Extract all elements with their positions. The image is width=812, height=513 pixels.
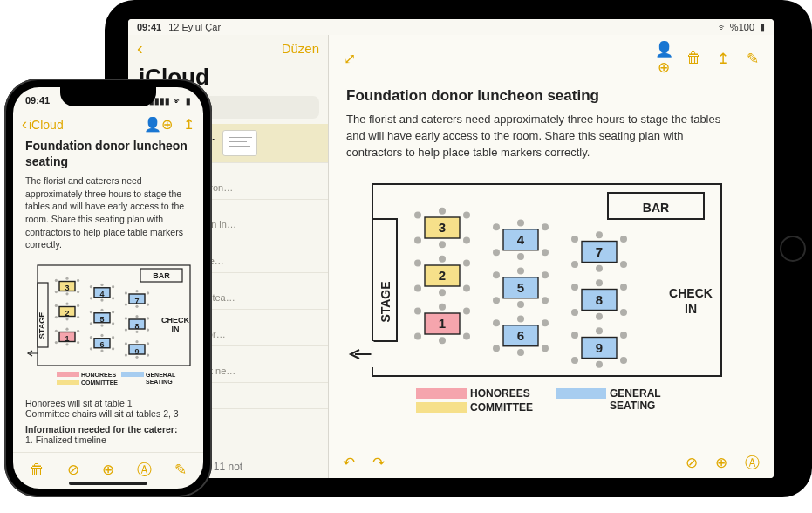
svg-point-54 xyxy=(620,236,627,243)
svg-text:6: 6 xyxy=(517,327,524,342)
svg-point-14 xyxy=(463,259,470,266)
redo-icon[interactable]: ↷ xyxy=(372,454,385,472)
expand-icon[interactable]: ⤢ xyxy=(341,50,358,68)
svg-point-63 xyxy=(571,308,578,315)
markup-icon[interactable]: Ⓐ xyxy=(745,453,760,473)
svg-rect-162 xyxy=(121,372,144,377)
back-button[interactable]: ‹iCloud xyxy=(22,115,64,133)
home-indicator[interactable] xyxy=(69,482,147,485)
svg-point-147 xyxy=(147,329,149,332)
svg-text:1: 1 xyxy=(439,316,446,331)
svg-point-56 xyxy=(596,264,603,271)
add-people-icon[interactable]: 👤⊕ xyxy=(655,40,672,77)
checkin-label-2: IN xyxy=(685,302,697,316)
undo-icon[interactable]: ↶ xyxy=(343,454,355,472)
svg-text:6: 6 xyxy=(99,340,104,349)
seating-sketch: STAGE BAR CHECK IN 321456789 xyxy=(346,175,747,420)
svg-point-127 xyxy=(100,334,103,337)
svg-text:3: 3 xyxy=(65,284,69,292)
svg-point-20 xyxy=(414,307,421,314)
svg-point-22 xyxy=(463,307,470,314)
svg-text:5: 5 xyxy=(99,315,104,324)
svg-point-52 xyxy=(571,236,578,243)
markup-icon[interactable]: Ⓐ xyxy=(137,460,152,480)
svg-text:8: 8 xyxy=(596,291,603,306)
svg-point-64 xyxy=(596,312,603,319)
svg-point-65 xyxy=(620,308,627,315)
svg-text:1: 1 xyxy=(65,334,69,343)
svg-text:CHECK: CHECK xyxy=(161,316,190,325)
share-icon[interactable]: ↥ xyxy=(183,116,194,133)
ipad-home-button[interactable] xyxy=(780,236,806,262)
svg-point-32 xyxy=(517,252,524,259)
svg-point-131 xyxy=(112,347,114,350)
svg-text:4: 4 xyxy=(517,231,525,246)
svg-rect-77 xyxy=(416,402,467,413)
svg-point-41 xyxy=(542,297,549,304)
svg-point-105 xyxy=(55,341,58,344)
svg-point-111 xyxy=(100,284,103,286)
svg-point-15 xyxy=(414,284,421,291)
svg-point-21 xyxy=(439,303,446,310)
svg-point-17 xyxy=(463,284,470,291)
svg-point-72 xyxy=(596,360,603,367)
svg-point-130 xyxy=(100,350,103,352)
svg-point-89 xyxy=(55,291,58,293)
camera-icon[interactable]: ⊕ xyxy=(102,461,114,479)
note-extra-text[interactable]: Honorees will sit at table 1 Committee c… xyxy=(13,393,203,450)
svg-rect-78 xyxy=(556,388,606,399)
edit-button[interactable]: Düzen xyxy=(282,41,319,56)
svg-point-153 xyxy=(125,354,127,357)
svg-point-129 xyxy=(90,347,92,350)
svg-point-118 xyxy=(90,311,92,313)
svg-text:STAGE: STAGE xyxy=(38,312,46,339)
compose-icon[interactable]: ✎ xyxy=(744,50,761,68)
trash-icon[interactable]: 🗑 xyxy=(30,462,44,479)
svg-point-31 xyxy=(493,249,500,256)
svg-text:IN: IN xyxy=(172,325,180,333)
svg-point-152 xyxy=(147,342,149,345)
svg-point-61 xyxy=(596,279,603,286)
svg-text:2: 2 xyxy=(439,268,446,283)
svg-point-122 xyxy=(100,325,103,327)
svg-point-53 xyxy=(596,231,603,238)
status-date: 12 Eylül Çar xyxy=(168,22,221,32)
svg-point-38 xyxy=(542,271,549,278)
svg-point-6 xyxy=(463,211,470,218)
svg-point-60 xyxy=(571,284,578,291)
checklist-icon[interactable]: ⊘ xyxy=(67,461,79,479)
svg-point-29 xyxy=(517,219,524,226)
svg-point-110 xyxy=(90,285,92,288)
compose-icon[interactable]: ✎ xyxy=(174,461,187,479)
note-body[interactable]: The florist and caterers need approximat… xyxy=(13,174,203,258)
note-body[interactable]: The florist and caterers need approximat… xyxy=(329,112,747,170)
svg-point-123 xyxy=(112,322,114,325)
svg-point-57 xyxy=(620,260,627,267)
svg-point-8 xyxy=(439,241,446,248)
add-people-icon[interactable]: 👤⊕ xyxy=(144,116,173,133)
svg-point-103 xyxy=(65,328,68,331)
svg-text:COMMITTEE: COMMITTEE xyxy=(81,380,118,386)
svg-point-7 xyxy=(414,236,421,243)
share-icon[interactable]: ↥ xyxy=(714,50,732,68)
svg-text:5: 5 xyxy=(517,279,524,294)
svg-text:9: 9 xyxy=(134,347,139,356)
back-button[interactable]: ‹ xyxy=(137,38,143,58)
svg-point-37 xyxy=(517,267,524,274)
svg-point-12 xyxy=(414,259,421,266)
svg-point-114 xyxy=(100,299,103,302)
svg-point-86 xyxy=(55,279,58,282)
wifi-icon: ᯤ xyxy=(174,96,182,106)
svg-point-135 xyxy=(135,290,138,292)
svg-point-146 xyxy=(135,331,138,333)
svg-point-28 xyxy=(493,223,500,230)
svg-text:7: 7 xyxy=(596,243,603,258)
svg-point-40 xyxy=(517,300,524,307)
checklist-icon[interactable]: ⊘ xyxy=(686,454,698,472)
trash-icon[interactable]: 🗑 xyxy=(685,50,702,67)
add-attachment-icon[interactable]: ⊕ xyxy=(715,454,727,472)
svg-text:8: 8 xyxy=(134,322,139,331)
svg-point-33 xyxy=(542,249,549,256)
iphone-notch xyxy=(60,87,156,106)
svg-point-36 xyxy=(493,271,500,278)
